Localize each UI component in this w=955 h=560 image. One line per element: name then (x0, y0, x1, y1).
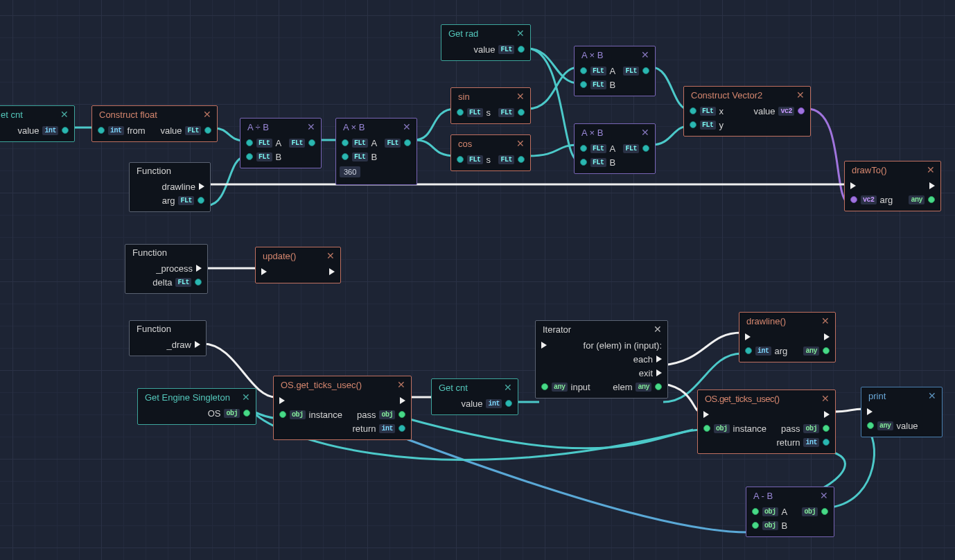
port-out[interactable] (204, 127, 211, 134)
close-icon[interactable]: ✕ (498, 382, 512, 393)
node-cos[interactable]: cos✕ FLts FLt (450, 134, 531, 171)
node-get-cnt-1[interactable]: et cnt✕ valueint (0, 105, 75, 142)
node-drawline-call[interactable]: drawline()✕ intarg any (739, 312, 836, 362)
close-icon[interactable]: ✕ (321, 250, 335, 261)
node-get-engine-singleton[interactable]: Get Engine Singleton✕ OSobj (137, 388, 256, 425)
close-icon[interactable]: ✕ (814, 490, 828, 501)
exec-out-icon[interactable] (929, 182, 935, 189)
close-icon[interactable]: ✕ (816, 393, 830, 404)
port-out[interactable] (62, 127, 69, 134)
close-icon[interactable]: ✕ (511, 91, 525, 102)
node-mult-2[interactable]: A × B✕ FLtA FLt FLtB (574, 46, 656, 96)
close-icon[interactable]: ✕ (921, 164, 935, 175)
port-out[interactable] (198, 197, 204, 204)
exec-in-icon[interactable] (261, 268, 267, 275)
node-divide[interactable]: A ÷ B✕ FLtA FLt FLtB (240, 118, 322, 168)
node-drawto[interactable]: drawTo()✕ vc2arg any (844, 161, 941, 211)
close-icon[interactable]: ✕ (636, 49, 649, 60)
close-icon[interactable]: ✕ (922, 390, 936, 401)
exec-out-icon[interactable] (824, 333, 830, 340)
exec-in-icon[interactable] (745, 333, 751, 340)
node-mult-3[interactable]: A × B✕ FLtA FLt FLtB (574, 123, 656, 174)
close-icon[interactable]: ✕ (397, 121, 411, 132)
node-title: et cnt (1, 110, 23, 120)
port-in[interactable] (98, 127, 105, 134)
node-print[interactable]: print✕ anyvalue (861, 387, 943, 437)
exec-out-icon[interactable] (656, 369, 662, 376)
node-subtract[interactable]: A - B✕ objA obj objB (746, 487, 834, 537)
exec-out-icon[interactable] (400, 397, 405, 404)
exec-in-icon[interactable] (850, 182, 856, 189)
exec-in-icon[interactable] (867, 408, 873, 415)
exec-out-icon[interactable] (656, 356, 662, 362)
literal-value[interactable]: 360 (340, 166, 360, 177)
node-update[interactable]: update()✕ (255, 247, 341, 283)
exec-in-icon[interactable] (703, 411, 709, 418)
exec-out-icon[interactable] (824, 411, 830, 418)
node-iterator[interactable]: Iterator✕ for (elem) in (input): each ex… (535, 320, 668, 399)
node-function-drawline[interactable]: Function drawline argFLt (129, 162, 211, 212)
close-icon[interactable]: ✕ (791, 89, 805, 100)
exec-out-icon[interactable] (329, 268, 335, 275)
node-function-process[interactable]: Function _process deltaFLt (125, 244, 208, 294)
close-icon[interactable]: ✕ (55, 109, 69, 120)
exec-out-icon[interactable] (199, 183, 204, 190)
node-get-ticks-2[interactable]: OS.get_ticks_usec()✕ objinstance passobj… (697, 390, 836, 454)
node-get-cnt-2[interactable]: Get cnt✕ valueint (431, 378, 518, 415)
node-mult-1[interactable]: A × B✕ FLtA FLt FLtB 360 (335, 118, 417, 185)
node-sin[interactable]: sin✕ FLts FLt (450, 87, 531, 124)
node-construct-vector2[interactable]: Construct Vector2✕ FLtx valuevc2 FLty (683, 86, 811, 137)
close-icon[interactable]: ✕ (236, 392, 250, 403)
close-icon[interactable]: ✕ (511, 28, 525, 39)
close-icon[interactable]: ✕ (816, 315, 830, 326)
exec-in-icon[interactable] (279, 397, 285, 404)
node-construct-float[interactable]: Construct float✕ intfrom valueFLt (91, 105, 218, 142)
exec-out-icon[interactable] (196, 265, 202, 272)
exec-out-icon[interactable] (195, 341, 200, 348)
node-function-draw[interactable]: Function _draw (129, 320, 207, 356)
close-icon[interactable]: ✕ (301, 121, 315, 132)
node-get-rad[interactable]: Get rad✕ valueFLt (441, 24, 531, 61)
close-icon[interactable]: ✕ (511, 138, 525, 149)
node-get-ticks-1[interactable]: OS.get_ticks_usec()✕ objinstance passobj… (273, 376, 412, 440)
close-icon[interactable]: ✕ (392, 379, 405, 390)
close-icon[interactable]: ✕ (648, 324, 662, 335)
close-icon[interactable]: ✕ (198, 109, 211, 120)
exec-in-icon[interactable] (541, 342, 547, 349)
close-icon[interactable]: ✕ (636, 127, 649, 138)
